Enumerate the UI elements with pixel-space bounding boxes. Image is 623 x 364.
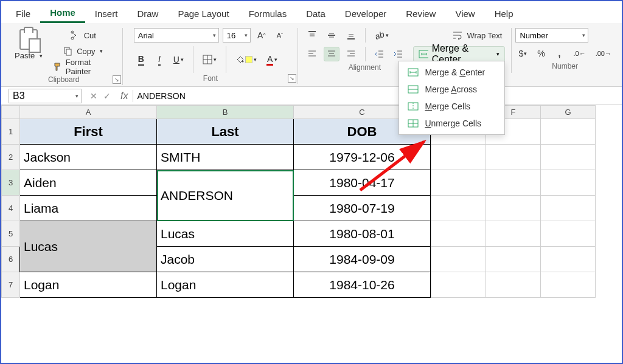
- number-format-select[interactable]: Number▾: [515, 28, 588, 43]
- cell-B5[interactable]: Lucas: [157, 221, 294, 247]
- cell-C7[interactable]: 1984-10-26: [294, 272, 431, 298]
- align-top-button[interactable]: [304, 28, 320, 43]
- row-header-7[interactable]: 7: [2, 272, 20, 298]
- cell-C4[interactable]: 1980-07-19: [294, 196, 431, 221]
- increase-indent-button[interactable]: [391, 47, 406, 61]
- cell-A2[interactable]: Jackson: [20, 145, 157, 170]
- menu-data[interactable]: Data: [296, 5, 335, 22]
- cell-B6[interactable]: Jacob: [157, 247, 294, 272]
- cell-F4[interactable]: [486, 196, 541, 221]
- cell-F6[interactable]: [486, 247, 541, 272]
- menu-unmerge-cells[interactable]: Unmerge Cells: [399, 115, 504, 132]
- menu-merge-cells[interactable]: Merge Cells: [399, 98, 504, 115]
- align-middle-button[interactable]: [324, 28, 339, 43]
- cell-A5-merged[interactable]: Lucas: [20, 221, 157, 272]
- row-header-4[interactable]: 4: [2, 196, 20, 221]
- row-header-3[interactable]: 3: [2, 170, 20, 196]
- merge-center-button[interactable]: Merge & Center ▾: [413, 46, 506, 62]
- font-size-select[interactable]: 16▾: [223, 28, 251, 43]
- wrap-text-button[interactable]: Wrap Text: [449, 28, 505, 43]
- col-header-A[interactable]: A: [20, 106, 157, 119]
- row-header-1[interactable]: 1: [2, 119, 20, 145]
- decrease-indent-button[interactable]: [372, 47, 387, 61]
- copy-button[interactable]: Copy▾: [50, 44, 116, 58]
- menu-help[interactable]: Help: [485, 5, 523, 22]
- cell-E2[interactable]: [431, 145, 486, 170]
- cell-E7[interactable]: [431, 272, 486, 298]
- enter-formula-icon[interactable]: ✓: [103, 91, 111, 101]
- cell-G4[interactable]: [541, 196, 596, 221]
- col-header-B[interactable]: B: [157, 106, 294, 119]
- menu-merge-across[interactable]: Merge Across: [399, 81, 504, 98]
- cell-G7[interactable]: [541, 272, 596, 298]
- cell-B1[interactable]: Last: [157, 119, 294, 145]
- align-bottom-button[interactable]: [343, 28, 359, 43]
- cell-E5[interactable]: [431, 221, 486, 247]
- format-painter-button[interactable]: Format Painter: [50, 60, 116, 74]
- comma-format-button[interactable]: ,: [552, 46, 566, 61]
- cell-A7[interactable]: Logan: [20, 272, 157, 298]
- accounting-format-button[interactable]: $▾: [515, 46, 530, 61]
- menu-home[interactable]: Home: [40, 4, 85, 23]
- increase-font-button[interactable]: A^: [254, 28, 269, 43]
- cell-B3-merged[interactable]: ANDERSON: [157, 170, 294, 221]
- menu-insert[interactable]: Insert: [85, 5, 128, 22]
- orientation-button[interactable]: ab▾: [372, 28, 392, 43]
- cell-B7[interactable]: Logan: [157, 272, 294, 298]
- percent-format-button[interactable]: %: [534, 46, 548, 61]
- cell-E3[interactable]: [431, 170, 486, 196]
- clipboard-dialog-launcher[interactable]: ↘: [113, 75, 121, 84]
- fx-label[interactable]: fx: [116, 91, 133, 101]
- font-dialog-launcher[interactable]: ↘: [288, 74, 296, 83]
- col-header-G[interactable]: G: [541, 106, 596, 119]
- cell-A1[interactable]: First: [20, 119, 157, 145]
- italic-button[interactable]: I: [152, 52, 167, 67]
- cell-C5[interactable]: 1980-08-01: [294, 221, 431, 247]
- font-color-button[interactable]: A▾: [263, 52, 280, 67]
- menu-draw[interactable]: Draw: [127, 5, 168, 22]
- align-right-button[interactable]: [343, 47, 359, 61]
- decrease-decimal-button[interactable]: .00→: [593, 46, 614, 61]
- cell-C6[interactable]: 1984-09-09: [294, 247, 431, 272]
- cell-F3[interactable]: [486, 170, 541, 196]
- bold-button[interactable]: B: [134, 52, 148, 67]
- paste-button[interactable]: Paste▾: [11, 28, 46, 61]
- menu-review[interactable]: Review: [396, 5, 445, 22]
- align-left-button[interactable]: [304, 47, 320, 61]
- formula-input[interactable]: ANDERSON: [133, 91, 622, 101]
- borders-button[interactable]: ▾: [200, 52, 220, 67]
- menu-developer[interactable]: Developer: [335, 5, 396, 22]
- menu-page-layout[interactable]: Page Layout: [168, 5, 238, 22]
- cell-F7[interactable]: [486, 272, 541, 298]
- cell-E6[interactable]: [431, 247, 486, 272]
- increase-decimal-button[interactable]: .0←: [570, 46, 588, 61]
- menu-formulas[interactable]: Formulas: [239, 5, 297, 22]
- cancel-formula-icon[interactable]: ✕: [90, 91, 97, 101]
- row-header-5[interactable]: 5: [2, 221, 20, 247]
- cell-G6[interactable]: [541, 247, 596, 272]
- decrease-font-button[interactable]: Aˇ: [273, 28, 287, 43]
- select-all-corner[interactable]: [2, 106, 20, 119]
- cell-A3[interactable]: Aiden: [20, 170, 157, 196]
- cell-G3[interactable]: [541, 170, 596, 196]
- cell-G5[interactable]: [541, 221, 596, 247]
- fill-color-button[interactable]: ▾: [232, 52, 260, 67]
- menu-view[interactable]: View: [445, 5, 484, 22]
- menu-merge-center[interactable]: Merge & Center: [399, 64, 504, 81]
- cell-G2[interactable]: [541, 145, 596, 170]
- cell-A4[interactable]: Liama: [20, 196, 157, 221]
- underline-button[interactable]: U▾: [170, 52, 187, 67]
- font-name-select[interactable]: Arial▾: [134, 28, 219, 43]
- cell-C3[interactable]: 1980-04-17: [294, 170, 431, 196]
- cell-C2[interactable]: 1979-12-06: [294, 145, 431, 170]
- name-box[interactable]: B3▾: [9, 89, 82, 103]
- menu-file[interactable]: File: [6, 5, 40, 22]
- cell-F5[interactable]: [486, 221, 541, 247]
- row-header-2[interactable]: 2: [2, 145, 20, 170]
- cell-F2[interactable]: [486, 145, 541, 170]
- cell-G1[interactable]: [541, 119, 596, 145]
- align-center-button[interactable]: [324, 47, 339, 61]
- row-header-6[interactable]: 6: [2, 247, 20, 272]
- cell-B2[interactable]: SMITH: [157, 145, 294, 170]
- cut-button[interactable]: Cut: [50, 28, 116, 43]
